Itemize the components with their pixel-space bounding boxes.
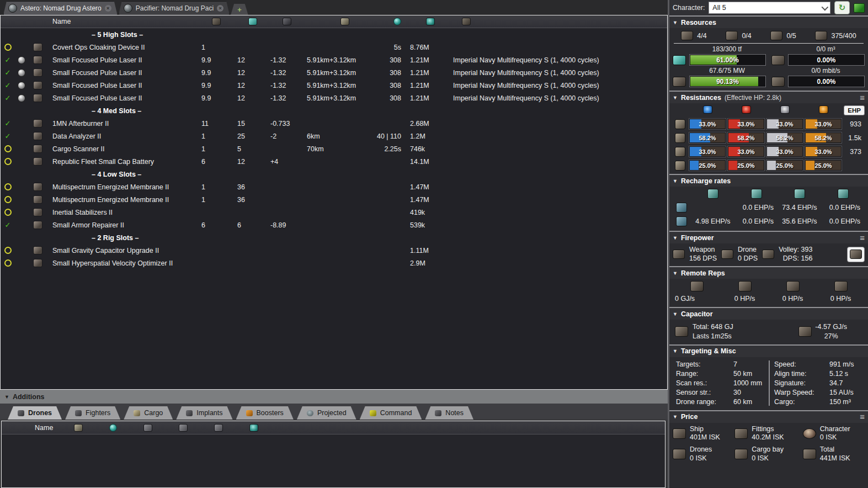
additions-tab-command[interactable]: Command xyxy=(360,406,422,420)
recharge-section-header[interactable]: ▼ Recharge rates xyxy=(669,174,868,187)
inertial-stabilizers-icon xyxy=(33,208,42,216)
module-c1-value: 1 xyxy=(197,145,236,153)
section-menu-icon[interactable]: ≡ xyxy=(860,95,865,100)
charge-state-icon[interactable] xyxy=(18,94,25,102)
module-offline-icon[interactable] xyxy=(4,196,12,203)
character-price-icon xyxy=(803,428,816,439)
capacitor-total: Total: 648 GJ xyxy=(693,322,733,331)
section-menu-icon[interactable]: ≡ xyxy=(860,235,865,241)
module-row[interactable]: Inertial Stabilizers II419k xyxy=(1,206,667,219)
additions-tab-notes[interactable]: Notes xyxy=(425,406,473,420)
module-row[interactable]: ✓Small Focused Pulse Laser II9.912-1.325… xyxy=(1,54,667,66)
resources-section-header[interactable]: ▼ Resources xyxy=(669,15,868,28)
remote-reps-section-header[interactable]: ▼ Remote Reps xyxy=(669,266,868,279)
module-row[interactable]: Multispectrum Energized Membrane II1361.… xyxy=(1,193,667,206)
character-select[interactable]: All 5 xyxy=(709,2,830,14)
additions-tab-label: Boosters xyxy=(257,409,284,417)
additions-tab-drones[interactable]: Drones xyxy=(8,406,62,420)
module-row[interactable]: ✓Small Focused Pulse Laser II9.912-1.325… xyxy=(1,92,667,104)
cpu-column-icon[interactable] xyxy=(248,18,257,25)
ehp-toggle-button[interactable]: EHP xyxy=(844,105,865,115)
collapse-triangle-icon: ▼ xyxy=(673,414,678,420)
misc-column-icon[interactable] xyxy=(393,18,401,25)
module-row[interactable]: ✓Small Focused Pulse Laser II9.912-1.325… xyxy=(1,66,667,79)
module-active-icon[interactable]: ✓ xyxy=(5,56,11,64)
fit-tab[interactable]: Pacifier: Nomad Drug Paci× xyxy=(119,1,230,15)
speed-column-icon[interactable] xyxy=(143,424,152,432)
module-active-icon[interactable]: ✓ xyxy=(5,119,11,128)
module-row[interactable]: ✓Small Focused Pulse Laser II9.912-1.325… xyxy=(1,79,667,92)
module-row[interactable]: Republic Fleet Small Cap Battery612+414.… xyxy=(1,155,667,168)
module-row[interactable]: ✓Data Analyzer II125-26km40 | 1101.2M xyxy=(1,130,667,142)
charge-column-icon[interactable] xyxy=(212,18,221,25)
targeting-stat: Sensor str.:30 xyxy=(676,389,764,396)
additions-tab-projected[interactable]: Projected xyxy=(297,406,356,420)
module-c5-value: 308 xyxy=(390,56,409,64)
module-offline-icon[interactable] xyxy=(4,183,12,190)
additions-tab-cargo[interactable]: Cargo xyxy=(124,406,173,420)
price-section-header[interactable]: ▼ Price ≡ xyxy=(669,410,868,423)
hardpoint-value: 375/400 xyxy=(831,32,856,40)
module-active-icon[interactable]: ✓ xyxy=(5,68,11,77)
stat-value: 1000 mm xyxy=(733,379,762,387)
name-column-header[interactable]: Name xyxy=(35,424,53,432)
optimal-range-column-icon[interactable] xyxy=(109,424,117,432)
refresh-button[interactable]: ↻ xyxy=(834,1,850,14)
module-offline-icon[interactable] xyxy=(4,158,12,165)
powergrid-column-icon[interactable] xyxy=(283,18,291,25)
module-offline-icon[interactable] xyxy=(4,44,12,51)
resistances-section-header[interactable]: ▼ Resistances (Effective HP: 2.8k) ≡ xyxy=(669,91,868,103)
firepower-section-header[interactable]: ▼ Firepower ≡ xyxy=(669,231,868,243)
module-offline-icon[interactable] xyxy=(4,209,12,216)
additions-tab-boosters[interactable]: Boosters xyxy=(236,406,294,420)
ammo-column-icon[interactable] xyxy=(462,18,471,25)
module-row[interactable]: ✓1MN Afterburner II1115-0.7332.68M xyxy=(1,117,667,130)
armor-hp-column-icon[interactable] xyxy=(214,424,223,432)
capacitor-use-column-icon[interactable] xyxy=(74,424,83,432)
fit-tab[interactable]: Astero: Nomad Drug Astero× xyxy=(3,1,118,15)
module-row[interactable]: Small Gravity Capacitor Upgrade II1.11M xyxy=(1,244,667,257)
section-menu-icon[interactable]: ≡ xyxy=(860,414,865,420)
new-tab-button[interactable]: + xyxy=(231,4,248,15)
additions-tab-fighters[interactable]: Fighters xyxy=(65,406,120,420)
resist-bar: 33.0% xyxy=(728,146,764,157)
charge-state-icon[interactable] xyxy=(18,82,25,89)
resist-value: 33.0% xyxy=(728,119,764,129)
module-row[interactable]: Covert Ops Cloaking Device II15s8.76M xyxy=(1,41,667,54)
capacitor-use-column-icon[interactable] xyxy=(340,18,349,25)
module-c5-value: 2.25s xyxy=(384,145,409,153)
additions-tab-label: Fighters xyxy=(86,409,110,417)
dps-graph-button[interactable] xyxy=(847,247,865,262)
module-offline-icon[interactable] xyxy=(4,247,12,254)
module-row[interactable]: Cargo Scanner II1570km2.25s746k xyxy=(1,142,667,155)
name-column-header[interactable]: Name xyxy=(47,18,197,25)
resist-bar: 58.2% xyxy=(805,132,842,143)
price-column-icon[interactable] xyxy=(426,18,435,25)
price-column-icon[interactable] xyxy=(249,424,258,432)
charge-state-icon[interactable] xyxy=(18,69,25,77)
module-row[interactable]: Small Hyperspatial Velocity Optimizer II… xyxy=(1,257,667,269)
additions-tab-implants[interactable]: Implants xyxy=(176,406,232,420)
pulse-laser-icon xyxy=(33,56,42,64)
module-active-icon[interactable]: ✓ xyxy=(5,81,11,89)
targeting-section-header[interactable]: ▼ Targeting & Misc xyxy=(669,344,868,357)
resistance-header-row: EHP xyxy=(673,105,865,115)
module-row[interactable]: ✓Small Armor Repairer II66-8.89539k xyxy=(1,219,667,231)
module-row[interactable]: Multispectrum Energized Membrane II1361.… xyxy=(1,181,667,193)
charge-state-icon[interactable] xyxy=(18,56,25,64)
shield-hp-column-icon[interactable] xyxy=(179,424,188,432)
module-active-icon[interactable]: ✓ xyxy=(5,132,11,140)
close-tab-icon[interactable]: × xyxy=(105,5,111,12)
module-active-icon[interactable]: ✓ xyxy=(5,94,11,102)
module-active-icon[interactable]: ✓ xyxy=(5,221,11,229)
skillbook-icon[interactable] xyxy=(854,3,865,13)
module-offline-icon[interactable] xyxy=(4,145,12,152)
module-c2-value: 12 xyxy=(236,82,269,89)
capacitor-section-header[interactable]: ▼ Capacitor xyxy=(669,307,868,320)
volley-value: Volley: 393 xyxy=(779,246,812,254)
drone-label: Drone xyxy=(738,246,758,254)
additions-header[interactable]: ▼ Additions xyxy=(0,390,668,404)
module-c1-value: 9.9 xyxy=(197,69,236,77)
close-tab-icon[interactable]: × xyxy=(217,5,223,12)
module-offline-icon[interactable] xyxy=(4,259,12,267)
